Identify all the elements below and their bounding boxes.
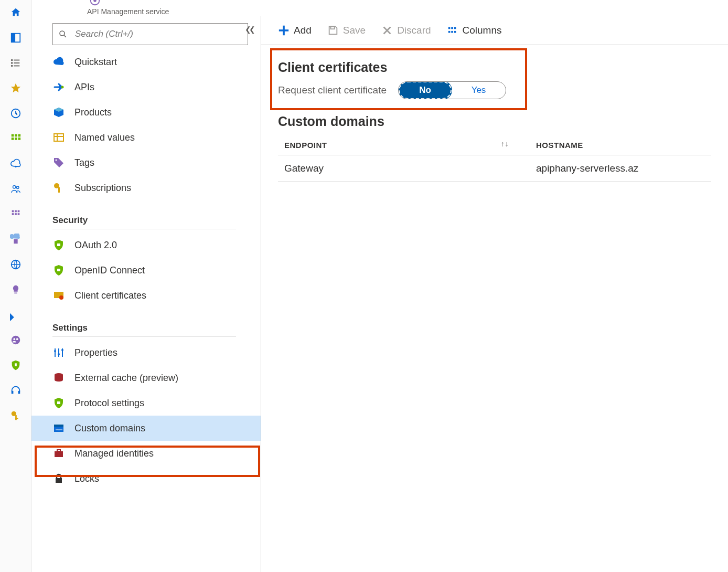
box-icon (52, 106, 65, 119)
table-header-row: Endpoint ↑↓ Hostname (278, 141, 711, 155)
nav-apis[interactable]: APIs (31, 75, 261, 100)
rail-dashboard-icon[interactable] (0, 25, 31, 50)
columns-icon (447, 25, 458, 36)
svg-line-39 (64, 35, 66, 37)
toolbar-label: Columns (463, 25, 502, 36)
nav-label: Client certificates (74, 290, 146, 301)
svg-rect-30 (15, 363, 17, 366)
rail-clock-icon[interactable] (0, 101, 31, 126)
svg-point-50 (59, 295, 63, 300)
col-hostname[interactable]: Hostname (530, 141, 711, 150)
nav-properties[interactable]: Properties (31, 340, 261, 365)
cache-icon (52, 372, 65, 384)
nav-label: Tags (74, 157, 94, 168)
table-icon (52, 131, 65, 144)
svg-rect-23 (18, 213, 20, 215)
nav-label: OAuth 2.0 (74, 240, 117, 251)
shield-lock-icon (52, 264, 65, 277)
rail-globe-icon[interactable] (0, 252, 31, 277)
nav-label: Quickstart (74, 57, 117, 68)
svg-point-27 (12, 336, 20, 345)
svg-rect-35 (15, 418, 18, 419)
svg-rect-34 (15, 415, 17, 420)
nav-oauth[interactable]: OAuth 2.0 (31, 232, 261, 258)
rail-delete-cloud-icon[interactable] (0, 227, 31, 252)
plus-icon (278, 25, 290, 36)
nav-products[interactable]: Products (31, 100, 261, 125)
icon-rail (0, 0, 31, 572)
rail-diamond-icon[interactable] (0, 302, 31, 327)
main: Add Save Discard Columns Client certific… (261, 16, 728, 572)
rail-cloud-icon[interactable] (0, 151, 31, 176)
rail-home-icon[interactable] (0, 0, 31, 25)
nav-tags[interactable]: Tags (31, 150, 261, 175)
toggle-yes[interactable]: Yes (452, 81, 506, 99)
search-input[interactable] (68, 29, 242, 39)
svg-rect-7 (14, 66, 19, 67)
section-settings: Settings (52, 323, 236, 337)
rail-star-icon[interactable] (0, 76, 31, 101)
nav-client-certificates[interactable]: Client certificates (31, 283, 261, 308)
svg-point-44 (56, 160, 57, 161)
content-body: Client certificates Request client certi… (261, 45, 728, 182)
rail-list-icon[interactable] (0, 50, 31, 76)
tag-icon (52, 156, 65, 169)
svg-point-38 (60, 31, 65, 36)
request-client-cert-toggle[interactable]: No Yes (398, 81, 506, 99)
svg-point-16 (13, 186, 16, 189)
sort-icon[interactable]: ↑↓ (501, 140, 509, 148)
svg-rect-68 (454, 27, 456, 29)
save-button[interactable]: Save (327, 25, 366, 36)
svg-rect-10 (15, 134, 17, 137)
add-button[interactable]: Add (278, 25, 312, 36)
rail-key-icon[interactable] (0, 403, 31, 428)
nav-label: Locks (74, 473, 99, 484)
discard-button[interactable]: Discard (381, 25, 431, 36)
briefcase-icon (52, 447, 65, 460)
svg-rect-22 (15, 213, 17, 215)
section-client-certificates: Client certificates (278, 60, 711, 75)
lock-icon (52, 472, 65, 485)
rail-purple-grid-icon[interactable] (0, 202, 31, 227)
rail-headset-icon[interactable] (0, 378, 31, 403)
header-subtitle: API Management service (87, 7, 169, 16)
nav-named-values[interactable]: Named values (31, 125, 261, 150)
rail-shield-icon[interactable] (0, 353, 31, 378)
rail-users-icon[interactable] (0, 176, 31, 202)
col-endpoint[interactable]: Endpoint ↑↓ (278, 141, 530, 150)
sliders-icon (52, 346, 65, 359)
nav-quickstart[interactable]: Quickstart (31, 49, 261, 75)
svg-rect-11 (18, 134, 21, 137)
table-row[interactable]: Gateway apiphany-serverless.az (278, 155, 711, 182)
svg-rect-41 (54, 134, 63, 141)
svg-rect-66 (448, 27, 450, 29)
svg-point-28 (13, 338, 15, 340)
nav-protocol-settings[interactable]: Protocol settings (31, 390, 261, 416)
nav-locks[interactable]: Locks (31, 466, 261, 491)
nav-panel: ❮❮ Quickstart APIs Products Named values… (31, 16, 261, 572)
svg-rect-46 (58, 187, 60, 193)
svg-rect-24 (14, 239, 17, 243)
shield-icon (52, 397, 65, 409)
svg-rect-32 (18, 391, 20, 394)
rail-bulb-icon[interactable] (0, 277, 31, 302)
nav-custom-domains[interactable]: www Custom domains (31, 416, 261, 441)
svg-rect-21 (12, 213, 14, 215)
svg-rect-20 (18, 210, 20, 213)
columns-button[interactable]: Columns (447, 25, 502, 36)
request-client-cert-row: Request client certificate No Yes (278, 81, 711, 99)
svg-point-56 (61, 349, 63, 351)
nav-label: Named values (74, 132, 135, 143)
rail-grid-icon[interactable] (0, 126, 31, 151)
toggle-no[interactable]: No (398, 81, 452, 99)
nav-external-cache[interactable]: External cache (preview) (31, 365, 261, 390)
rail-people-purple-icon[interactable] (0, 327, 31, 353)
nav-openid[interactable]: OpenID Connect (31, 258, 261, 283)
nav-subscriptions[interactable]: Subscriptions (31, 175, 261, 200)
collapse-panel-icon[interactable]: ❮❮ (245, 25, 253, 34)
nav-search[interactable] (52, 23, 248, 45)
request-client-cert-label: Request client certificate (278, 84, 387, 96)
nav-managed-identities[interactable]: Managed identities (31, 441, 261, 466)
toolbar-label: Add (294, 25, 312, 36)
svg-rect-58 (57, 401, 60, 404)
